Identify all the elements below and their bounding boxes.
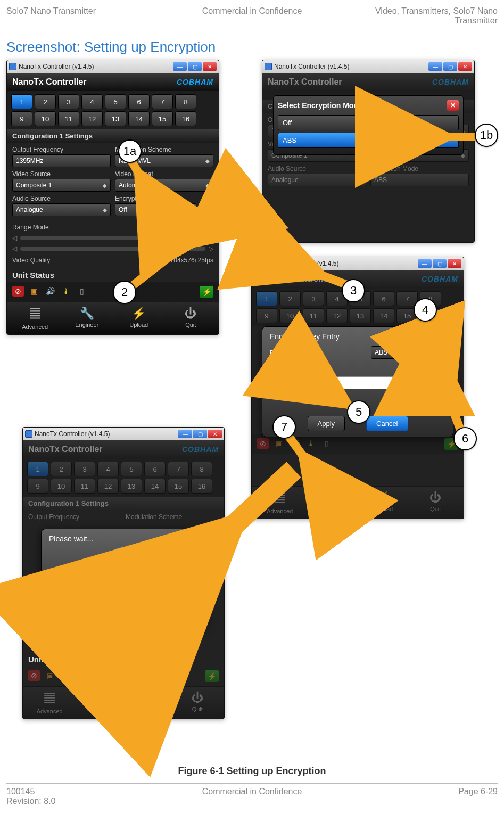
callout-1a: 1a bbox=[118, 139, 142, 163]
callout-2: 2 bbox=[113, 281, 136, 304]
svg-line-1 bbox=[129, 241, 190, 289]
svg-line-5 bbox=[448, 398, 461, 432]
figure-canvas: NanoTx Controller (v1.4.5) — ▢ ✕ NanoTx … bbox=[6, 60, 496, 762]
callout-4: 4 bbox=[414, 298, 437, 322]
callout-3: 3 bbox=[342, 279, 365, 302]
footer-revision: Revision: 8.0 bbox=[6, 796, 170, 806]
header-left: Solo7 Nano Transmitter bbox=[6, 6, 170, 16]
page-header: Solo7 Nano Transmitter Commercial in Con… bbox=[6, 4, 498, 31]
footer-mid: Commercial in Confidence bbox=[170, 787, 334, 796]
callout-6: 6 bbox=[453, 427, 477, 450]
section-title: Screenshot: Setting up Encryption bbox=[6, 39, 498, 55]
header-right: Video, Transmitters, Solo7 Nano Transmit… bbox=[334, 6, 498, 26]
figure-caption: Figure 6-1 Setting up Encryption bbox=[6, 766, 498, 777]
callout-5: 5 bbox=[347, 400, 370, 424]
callout-7: 7 bbox=[272, 415, 296, 439]
footer-doc-number: 100145 bbox=[6, 787, 170, 796]
svg-line-7 bbox=[131, 161, 142, 179]
page-footer: 100145 Revision: 8.0 Commercial in Confi… bbox=[6, 783, 498, 811]
callout-1b: 1b bbox=[475, 124, 498, 147]
header-mid: Commercial in Confidence bbox=[170, 6, 334, 16]
footer-page: Page 6-29 bbox=[334, 787, 498, 796]
